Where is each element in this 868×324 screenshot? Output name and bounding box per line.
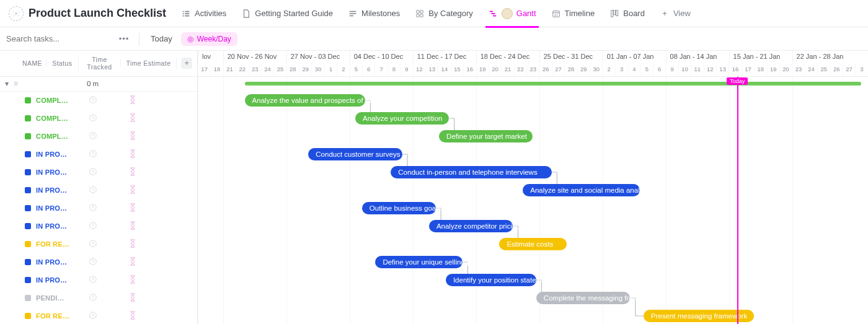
day-label: 9 [665, 63, 678, 76]
main: NAME Status Time Tracked Time Estimate +… [0, 51, 868, 324]
gantt-pane[interactable]: lov20 Nov - 26 Nov27 Nov - 03 Dec04 Dec … [198, 51, 868, 324]
gantt-bar[interactable]: Define your unique selling point [375, 256, 463, 268]
task-row[interactable]: FOR RE… [0, 307, 197, 324]
separator [139, 33, 140, 45]
clock-icon [77, 113, 109, 123]
gantt-body[interactable]: Analyze the value and prospects of the m… [198, 77, 868, 324]
today-button[interactable]: Today [147, 32, 176, 46]
tab-label: Activities [195, 9, 226, 18]
col-time-tracked[interactable]: Time Tracked [78, 56, 120, 71]
more-options-button[interactable]: ••• [117, 34, 131, 43]
day-label: 4 [627, 63, 640, 76]
day-label: 13 [716, 63, 728, 76]
tab-gantt[interactable]: Gantt [482, 0, 542, 27]
col-status[interactable]: Status [46, 59, 78, 67]
task-row[interactable]: COMPL… [0, 92, 197, 110]
gantt-bar[interactable]: Conduct in-person and telephone intervie… [391, 166, 551, 178]
tab-by-category[interactable]: By Category [409, 0, 479, 27]
gantt-bar[interactable]: Outline business goals [362, 202, 436, 214]
day-label: 3 [855, 63, 867, 76]
day-label: 22 [236, 63, 248, 76]
gantt-bar[interactable]: Conduct customer surveys [308, 148, 402, 160]
gantt-bar[interactable]: Analyze competitor pricing [429, 220, 513, 232]
tab-milestones[interactable]: Milestones [342, 0, 406, 27]
clock-icon [77, 95, 109, 105]
hourglass-icon [114, 149, 151, 159]
task-row[interactable]: PENDI… [0, 289, 197, 307]
day-label: 6 [653, 63, 665, 76]
day-label: 29 [299, 63, 311, 76]
gantt-bar[interactable]: Analyze site and social media analytics … [523, 184, 640, 196]
svg-point-3 [14, 15, 14, 15]
hourglass-icon [114, 275, 151, 285]
tab-board[interactable]: Board [603, 0, 651, 27]
status-square-icon [25, 277, 31, 283]
status-label: COMPL… [36, 133, 72, 140]
task-row[interactable]: COMPL… [0, 128, 197, 146]
status-square-icon [25, 295, 31, 301]
search-input[interactable] [5, 32, 112, 46]
tab-timeline[interactable]: 17Timeline [545, 0, 601, 27]
today-line [737, 77, 738, 324]
gantt-bar[interactable]: Define your target market [439, 130, 533, 142]
hourglass-icon [114, 221, 151, 231]
day-label: 21 [223, 63, 236, 76]
tab-label: Milestones [361, 9, 400, 18]
zoom-chip[interactable]: ◎ Week/Day [181, 32, 237, 46]
day-label: 24 [805, 63, 817, 76]
svg-rect-8 [420, 14, 423, 16]
task-row[interactable]: COMPL… [0, 110, 197, 128]
summary-row[interactable]: ▾ ≡ 0 m [0, 77, 197, 92]
day-label: 23 [792, 63, 804, 76]
page-title: Product Launch Checklist [29, 7, 166, 20]
status-label: IN PRO… [36, 204, 72, 212]
gantt-bar[interactable]: Identify your position statement [446, 274, 536, 286]
task-row[interactable]: IN PRO… [0, 253, 197, 271]
clock-icon [77, 203, 109, 213]
add-view-button[interactable]: + View [653, 0, 697, 27]
status-square-icon [25, 259, 31, 265]
gantt-bar[interactable]: Analyze the value and prospects of the m… [245, 94, 366, 107]
day-label: 25 [817, 63, 830, 76]
gantt-bar[interactable]: Estimate costs [499, 238, 566, 250]
day-label: 19 [767, 63, 779, 76]
task-row[interactable]: IN PRO… [0, 146, 197, 164]
col-name[interactable]: NAME [0, 59, 46, 67]
svg-rect-9 [490, 11, 493, 12]
svg-rect-5 [417, 10, 419, 12]
clock-icon [77, 239, 109, 249]
column-header: NAME Status Time Tracked Time Estimate + [0, 51, 197, 77]
status-label: COMPL… [36, 97, 72, 104]
task-row[interactable]: IN PRO… [0, 199, 197, 217]
summary-total: 0 m [87, 80, 99, 87]
day-label: 21 [501, 63, 513, 76]
clock-icon [77, 221, 109, 231]
task-row[interactable]: IN PRO… [0, 217, 197, 235]
status-label: COMPL… [36, 115, 72, 122]
day-label: 24 [261, 63, 273, 76]
hourglass-icon [114, 167, 151, 177]
svg-rect-15 [614, 10, 616, 14]
task-row[interactable]: IN PRO… [0, 164, 197, 182]
gantt-bar[interactable]: Complete the messaging framew… [536, 292, 630, 304]
task-row[interactable]: IN PRO… [0, 182, 197, 199]
gantt-bar[interactable]: Analyze your competition [355, 112, 449, 125]
task-rows: COMPL…COMPL…COMPL…IN PRO…IN PRO…IN PRO…I… [0, 92, 197, 324]
svg-point-4 [18, 15, 19, 15]
clock-icon [77, 257, 109, 267]
status-square-icon [25, 241, 31, 247]
calendar-icon: 17 [551, 9, 561, 19]
tab-activities[interactable]: Activities [175, 0, 232, 27]
doc-icon [241, 9, 251, 19]
day-label: 18 [754, 63, 766, 76]
tab-label: Timeline [565, 9, 595, 18]
status-label: IN PRO… [36, 151, 72, 158]
task-row[interactable]: FOR RE… [0, 235, 197, 253]
col-time-estimate[interactable]: Time Estimate [120, 59, 176, 67]
add-column-button[interactable]: + [176, 58, 197, 69]
gantt-header: lov20 Nov - 26 Nov27 Nov - 03 Dec04 Dec … [198, 51, 868, 77]
tab-getting-started[interactable]: Getting Started Guide [235, 0, 339, 27]
task-row[interactable]: IN PRO… [0, 271, 197, 289]
day-label: 8 [388, 63, 400, 76]
day-label: 5 [350, 63, 362, 76]
